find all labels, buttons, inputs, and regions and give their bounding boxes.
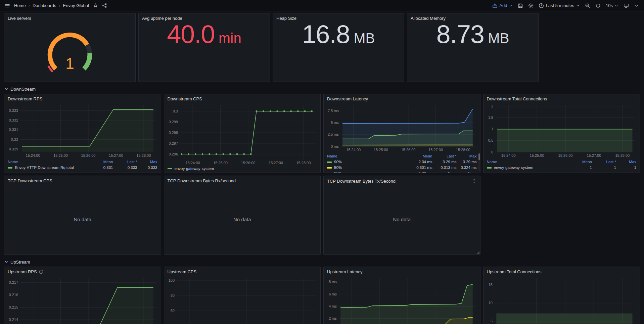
chart-downstream-rps[interactable]: 15:24:0015:25:0015:26:0015:27:0015:28:00… bbox=[6, 103, 158, 158]
chart-upstream-rps[interactable]: 15:24:0015:25:0015:26:0015:27:0015:28:00… bbox=[6, 276, 158, 324]
save-dashboard-button[interactable] bbox=[518, 3, 523, 8]
svg-text:0.298: 0.298 bbox=[169, 131, 178, 135]
info-icon[interactable] bbox=[39, 270, 43, 274]
chart-downstream-cps[interactable]: 15:24:0015:25:0015:26:0015:27:0015:28:00… bbox=[166, 103, 318, 166]
legend-row[interactable]: envoy-gateway-system111 bbox=[487, 165, 637, 171]
panel-title-label: Upstream RPS bbox=[8, 269, 37, 274]
stat-value-group: 16.8 MB bbox=[273, 21, 404, 82]
panel-downstream-total-connections: Downstream Total Connections 15:24:0015:… bbox=[483, 94, 640, 173]
svg-text:15:24:00: 15:24:00 bbox=[346, 148, 361, 152]
breadcrumb-current-dashboard[interactable]: Envoy Global bbox=[63, 3, 89, 8]
chart-downstream-latency[interactable]: 15:24:0015:25:0015:26:0015:27:0015:28:00… bbox=[326, 103, 477, 152]
panel-title[interactable]: Upstream Total Connections bbox=[487, 269, 542, 274]
panel-title[interactable]: Downstream RPS bbox=[8, 96, 42, 101]
legend-header: NameMeanLast *Max bbox=[327, 153, 477, 159]
panel-title[interactable]: Live servers bbox=[8, 16, 31, 21]
monitor-icon bbox=[624, 3, 629, 8]
legend-row[interactable]: 50%0.301 ms0.313 ms0.324 ms bbox=[327, 165, 477, 171]
svg-text:0.214: 0.214 bbox=[9, 318, 18, 322]
svg-text:15:28:00: 15:28:00 bbox=[456, 148, 470, 152]
panel-title[interactable]: Upstream Latency bbox=[327, 269, 363, 274]
breadcrumb-dashboards[interactable]: Dashboards bbox=[33, 3, 56, 8]
no-data-message: No data bbox=[4, 184, 161, 254]
gear-icon bbox=[528, 3, 534, 8]
panel-title[interactable]: Downstream Total Connections bbox=[487, 96, 547, 101]
stat-unit: MB bbox=[488, 30, 509, 46]
panel-title[interactable]: Upstream CPS bbox=[168, 269, 197, 274]
panel-title[interactable]: TCP Downstream Bytes Rx/second bbox=[168, 178, 236, 183]
stat-value: 40.0 bbox=[167, 21, 215, 47]
svg-text:1: 1 bbox=[491, 127, 493, 131]
section-row-upstream[interactable]: UpStream bbox=[4, 258, 640, 266]
stats-row: Live servers 1 Avg uptime per node 40.0 … bbox=[4, 13, 640, 82]
chart-upstream-cps[interactable]: 15:24:0015:25:0015:26:0015:27:0015:28:00… bbox=[166, 276, 318, 324]
legend-item[interactable]: envoy-gateway-system bbox=[168, 167, 214, 171]
svg-text:0.332: 0.332 bbox=[9, 118, 18, 122]
legend-row[interactable]: 99%4.89 ms8 ms8 ms bbox=[327, 171, 477, 173]
panel-upstream-latency: Upstream Latency 15:24:0015:25:0015:26:0… bbox=[323, 267, 480, 324]
panel-resize-handle[interactable] bbox=[477, 251, 479, 254]
svg-text:0.297: 0.297 bbox=[169, 141, 178, 145]
stat-unit: min bbox=[219, 30, 241, 46]
save-icon bbox=[518, 3, 523, 8]
panel-title[interactable]: Heap Size bbox=[276, 16, 296, 21]
panel-heap-size: Heap Size 16.8 MB bbox=[273, 13, 404, 82]
svg-text:2 ms: 2 ms bbox=[329, 316, 337, 320]
stat-value-group: 8.73 MB bbox=[407, 21, 538, 82]
downstream-charts-row: Downstream RPS 15:24:0015:25:0015:26:001… bbox=[4, 94, 640, 173]
panel-title[interactable]: Downstream CPS bbox=[168, 96, 202, 101]
add-button-label: Add bbox=[499, 3, 507, 8]
svg-text:15:24:00: 15:24:00 bbox=[185, 161, 200, 165]
panel-downstream-rps: Downstream RPS 15:24:0015:25:0015:26:001… bbox=[4, 94, 161, 173]
svg-text:2: 2 bbox=[491, 104, 493, 108]
panel-title[interactable]: TCP Downstream Bytes Tx/Second bbox=[327, 179, 396, 184]
no-data-message: No data bbox=[164, 184, 321, 254]
time-range-picker[interactable]: Last 5 minutes bbox=[539, 3, 580, 8]
svg-text:0.329: 0.329 bbox=[9, 147, 18, 151]
no-data-message: No data bbox=[324, 184, 480, 254]
svg-text:15: 15 bbox=[488, 283, 492, 287]
panel-title[interactable]: TCP Downstream CPS bbox=[8, 178, 52, 183]
breadcrumb: Home › Dashboards › Envoy Global bbox=[14, 3, 89, 8]
refresh-interval-picker[interactable]: 10s bbox=[606, 3, 618, 8]
legend-row[interactable]: Envoy HTTP Downstream Rq total0.3310.333… bbox=[8, 165, 157, 171]
svg-text:15:27:00: 15:27:00 bbox=[587, 153, 601, 157]
zoom-out-time-button[interactable] bbox=[585, 3, 590, 8]
share-button[interactable] bbox=[102, 3, 107, 8]
gauge[interactable]: 1 bbox=[4, 21, 135, 82]
kiosk-mode-button[interactable] bbox=[624, 3, 629, 8]
chart-downstream-total-connections[interactable]: 15:24:0015:25:0015:26:0015:27:0015:28:00… bbox=[486, 103, 637, 158]
svg-text:7.5 ms: 7.5 ms bbox=[328, 109, 339, 113]
svg-text:15:26:00: 15:26:00 bbox=[81, 153, 96, 157]
refresh-button[interactable] bbox=[595, 3, 601, 8]
tcp-row: TCP Downstream CPS No data TCP Downstrea… bbox=[4, 176, 640, 255]
dashboard-settings-button[interactable] bbox=[528, 3, 534, 8]
breadcrumb-home[interactable]: Home bbox=[14, 3, 26, 8]
svg-text:60: 60 bbox=[170, 309, 174, 313]
svg-text:15:24:00: 15:24:00 bbox=[26, 153, 40, 157]
chart-upstream-total-connections[interactable]: 15:24:0015:25:0015:26:0015:27:0015:28:00… bbox=[486, 276, 637, 324]
svg-text:15:27:00: 15:27:00 bbox=[269, 161, 283, 165]
svg-text:6 ms: 6 ms bbox=[329, 292, 337, 296]
favorite-button[interactable] bbox=[93, 3, 98, 8]
svg-text:15:25:00: 15:25:00 bbox=[213, 161, 228, 165]
svg-text:100: 100 bbox=[168, 278, 174, 282]
section-row-downstream[interactable]: DownStream bbox=[4, 85, 640, 93]
svg-text:15:27:00: 15:27:00 bbox=[109, 153, 123, 157]
toolbar-collapse-button[interactable] bbox=[634, 3, 639, 8]
menu-toggle-button[interactable] bbox=[5, 3, 10, 8]
stat-value: 16.8 bbox=[302, 21, 350, 47]
breadcrumb-separator: › bbox=[59, 3, 60, 8]
panel-title[interactable]: Downstream Latency bbox=[327, 96, 368, 101]
svg-text:8 ms: 8 ms bbox=[329, 280, 337, 284]
chart-upstream-latency[interactable]: 15:24:0015:25:0015:26:0015:27:0015:28:00… bbox=[326, 276, 477, 324]
svg-text:15:25:00: 15:25:00 bbox=[53, 153, 68, 157]
add-button[interactable]: Add bbox=[492, 3, 513, 8]
panel-menu-button[interactable] bbox=[471, 178, 477, 184]
legend-row[interactable]: 90%2.34 ms3.29 ms3.29 ms bbox=[327, 159, 477, 165]
panel-upstream-rps: Upstream RPS 15:24:0015:25:0015:26:0015:… bbox=[4, 267, 161, 324]
legend-scrollbar[interactable] bbox=[478, 153, 480, 171]
panel-avg-uptime: Avg uptime per node 40.0 min bbox=[138, 13, 270, 82]
svg-text:0.296: 0.296 bbox=[169, 152, 178, 156]
panel-title[interactable]: Upstream RPS bbox=[8, 269, 43, 274]
